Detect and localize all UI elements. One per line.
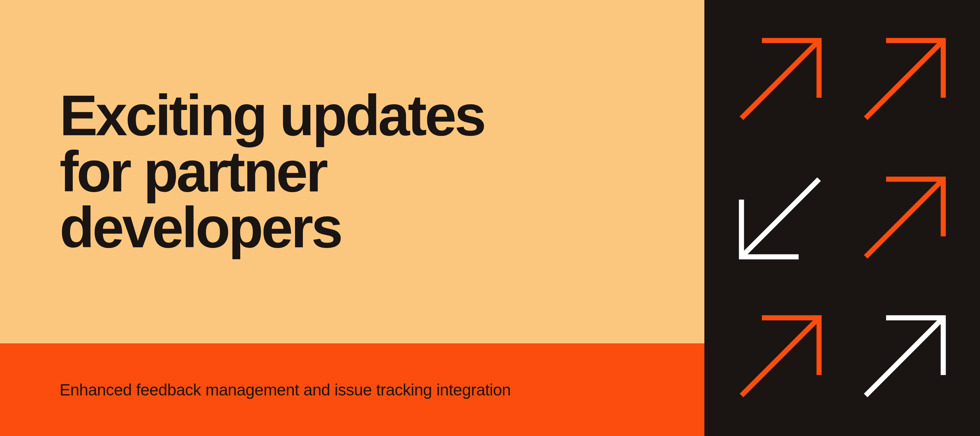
svg-line-5 [865,320,941,396]
headline-line-3: developers [60,195,341,260]
arrow-up-right-icon [728,297,832,415]
bottom-section: Enhanced feedback management and issue t… [0,343,705,436]
svg-line-1 [865,43,941,118]
svg-line-3 [865,181,941,257]
headline-line-1: Exciting updates [60,83,484,147]
svg-line-0 [741,43,817,118]
headline-line-2: for partner [60,140,326,204]
arrow-up-right-icon [728,21,832,139]
arrow-up-right-icon [853,159,956,277]
arrow-up-right-icon [853,21,956,139]
subhead: Enhanced feedback management and issue t… [60,380,511,399]
headline: Exciting updates for partner developers [60,88,484,256]
svg-line-4 [741,320,817,396]
right-panel [705,0,980,436]
svg-line-2 [743,179,819,255]
left-panel: Exciting updates for partner developers … [0,0,705,436]
arrow-down-left-icon [728,159,832,277]
top-section: Exciting updates for partner developers [0,0,705,343]
arrow-up-right-icon [853,297,956,415]
